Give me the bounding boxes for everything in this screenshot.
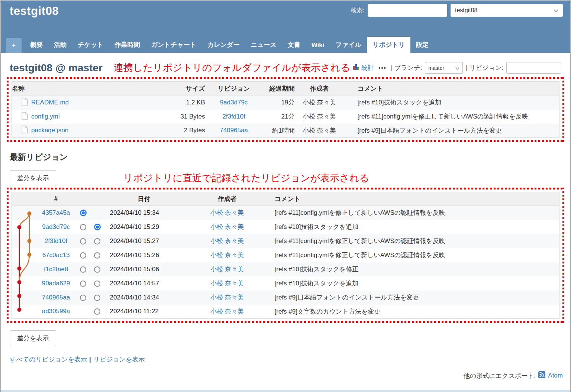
column-header: [90, 192, 105, 206]
revision-links-row: すべてのリビジョンを表示|リビジョンを表示: [10, 355, 561, 364]
file-size: 1.2 KB: [168, 95, 209, 110]
revision-input[interactable]: [506, 62, 561, 74]
revision-link[interactable]: 740965aa: [42, 294, 70, 301]
column-header: 名称: [12, 82, 168, 95]
file-name-link[interactable]: README.md: [31, 99, 69, 106]
search-input[interactable]: [368, 4, 447, 17]
export-label: 他の形式にエクスポート:: [464, 372, 536, 380]
branch-select[interactable]: master: [425, 62, 463, 74]
tab-wiki[interactable]: Wiki: [306, 38, 330, 53]
show-revisions-link[interactable]: リビジョンを表示: [93, 356, 145, 363]
file-name-link[interactable]: config.yml: [31, 113, 60, 120]
tab-bar: +概要活動チケット作業時間ガントチャートカレンダーニュース文書Wikiファイルリ…: [6, 37, 570, 53]
file-revision-link[interactable]: 740965aa: [220, 127, 248, 134]
file-comment: [refs #9]日本語フォントのインストール方法を変更: [343, 124, 559, 138]
revision-link[interactable]: 9ad3d79c: [42, 223, 70, 230]
show-all-revisions-link[interactable]: すべてのリビジョンを表示: [10, 356, 87, 363]
revision-author-link[interactable]: 小松 奈々美: [210, 308, 244, 315]
revisions-controls-row: 差分を表示 リポジトリに直近で記録されたリビジョンが表示される: [10, 170, 561, 186]
diff-from-radio[interactable]: [80, 224, 86, 230]
revision-link[interactable]: ad30599a: [42, 308, 70, 315]
tab-news[interactable]: ニュース: [245, 37, 282, 53]
diff-to-radio[interactable]: [94, 308, 100, 315]
revision-author-link[interactable]: 小松 奈々美: [210, 266, 244, 273]
file-revision-link[interactable]: 2f3fd10f: [222, 113, 245, 120]
file-icon: [22, 112, 28, 122]
diff-from-radio[interactable]: [80, 266, 86, 273]
revision-author-link[interactable]: 小松 奈々美: [210, 209, 244, 216]
revision-link[interactable]: 90ada629: [42, 280, 70, 287]
revision-link[interactable]: 67c0ac13: [42, 252, 70, 259]
revision-author-link[interactable]: 小松 奈々美: [210, 237, 244, 244]
revision-date: 2024/04/10 14:57: [105, 276, 184, 291]
column-header: サイズ: [168, 82, 209, 95]
file-revision-link[interactable]: 9ad3d79c: [220, 99, 248, 106]
tab-plus[interactable]: +: [6, 38, 22, 53]
revision-link[interactable]: 4357a45a: [42, 209, 70, 216]
tab-gantt[interactable]: ガントチャート: [146, 37, 202, 53]
tab-settings[interactable]: 設定: [410, 37, 434, 53]
stats-link[interactable]: 統計: [353, 64, 374, 72]
tab-calendar[interactable]: カレンダー: [202, 37, 245, 53]
search-label: 検索:: [351, 7, 364, 14]
more-button[interactable]: •••: [377, 65, 388, 71]
diff-from-radio[interactable]: [80, 238, 86, 244]
tab-time[interactable]: 作業時間: [109, 37, 146, 53]
file-author: 小松 奈々美: [296, 110, 343, 124]
revision-author-link[interactable]: 小松 奈々美: [210, 223, 244, 230]
repo-breadcrumb: testgit08 @ master: [10, 62, 103, 74]
window-bottom-edge: [1, 390, 570, 392]
revision-link[interactable]: f1c2fae8: [44, 266, 68, 273]
diff-button-top[interactable]: 差分を表示: [10, 170, 56, 186]
diff-from-radio[interactable]: [80, 281, 86, 287]
revision-comment: [refs #10]技術スタックを修正: [271, 262, 559, 276]
tab-files[interactable]: ファイル: [330, 37, 367, 53]
file-icon: [22, 126, 28, 135]
tab-overview[interactable]: 概要: [25, 37, 48, 53]
file-size: 31 Bytes: [168, 110, 209, 124]
diff-to-radio[interactable]: [94, 281, 100, 287]
revision-author-link[interactable]: 小松 奈々美: [210, 294, 244, 301]
diff-to-radio[interactable]: [94, 252, 100, 259]
stats-label: 統計: [361, 64, 374, 72]
table-row: README.md 1.2 KB 9ad3d79c 19分 小松 奈々美 [re…: [12, 95, 559, 110]
file-author: 小松 奈々美: [296, 124, 343, 138]
diff-from-radio[interactable]: [80, 295, 86, 301]
revision-comment: [refs #11]config.ymlを修正して新しいAWSの認証情報を反映: [271, 234, 559, 248]
diff-to-radio[interactable]: [94, 238, 100, 244]
revision-date: 2024/04/10 11:22: [105, 305, 184, 319]
revision-comment: [refs #10]技術スタックを追加: [271, 220, 559, 234]
tab-issues[interactable]: チケット: [72, 37, 109, 53]
table-row: 90ada629 2024/04/10 14:57 小松 奈々美 [refs #…: [12, 276, 559, 291]
diff-from-radio[interactable]: [80, 252, 86, 259]
tab-activity[interactable]: 活動: [48, 37, 72, 53]
project-select[interactable]: testgit08: [451, 4, 563, 17]
annotation-files: 連携したリポジトリのフォルダファイルが表示される: [114, 61, 350, 74]
file-author: 小松 奈々美: [296, 95, 343, 110]
diff-from-radio[interactable]: [80, 210, 87, 216]
tab-documents[interactable]: 文書: [282, 37, 306, 53]
file-age: 約1時間: [259, 124, 296, 138]
diff-to-radio[interactable]: [94, 266, 100, 273]
atom-link[interactable]: Atom: [548, 372, 563, 379]
branch-select-value: master: [428, 65, 444, 71]
revision-comment: [refs #9]日本語フォントのインストール方法を変更: [271, 291, 559, 305]
diff-button-bottom[interactable]: 差分を表示: [10, 330, 56, 346]
table-row: 67c0ac13 2024/04/10 15:26 小松 奈々美 [refs #…: [12, 248, 559, 262]
repo-header-row: testgit08 @ master 連携したリポジトリのフォルダファイルが表示…: [7, 59, 564, 76]
revision-comment: [refs #9]文字数のカウント方法を変更: [271, 305, 559, 319]
diff-to-radio[interactable]: [94, 224, 101, 230]
file-comment: [refs #10]技術スタックを追加: [343, 95, 559, 110]
project-select-value: testgit08: [455, 7, 477, 14]
file-name-link[interactable]: package.json: [31, 127, 68, 134]
revision-author-link[interactable]: 小松 奈々美: [210, 252, 244, 259]
revision-author-link[interactable]: 小松 奈々美: [210, 280, 244, 287]
diff-to-radio[interactable]: [94, 295, 100, 301]
revision-link[interactable]: 2f3fd10f: [45, 237, 67, 244]
main-content: testgit08 @ master 連携したリポジトリのフォルダファイルが表示…: [1, 53, 570, 380]
revision-comment: [refs #11]config.ymlを修正して新しいAWSの認証情報を反映: [271, 206, 559, 220]
column-header: コメント: [271, 192, 559, 206]
annotation-revisions: リポジトリに直近で記録されたリビジョンが表示される: [123, 172, 369, 185]
project-title: testgit08: [10, 4, 59, 18]
tab-repository[interactable]: リポジトリ: [367, 37, 410, 53]
